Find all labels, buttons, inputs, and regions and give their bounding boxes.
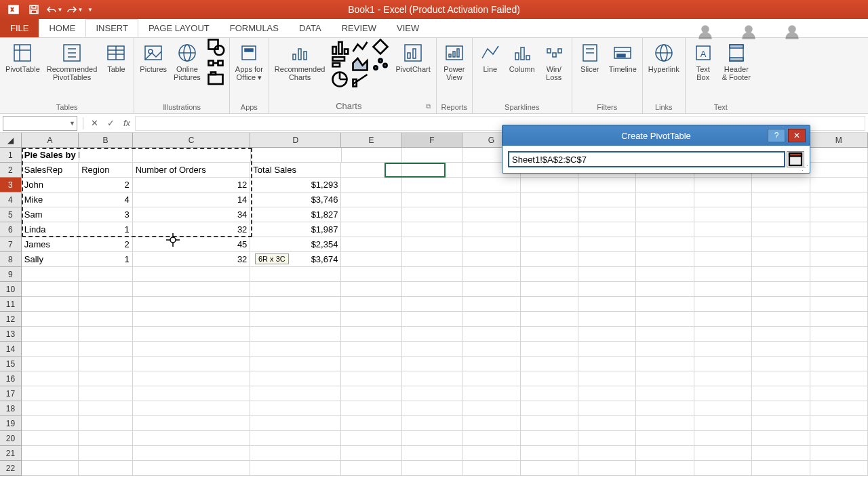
cell-G10[interactable]	[462, 282, 520, 297]
cell-H22[interactable]	[521, 461, 578, 476]
cell-C14[interactable]	[133, 342, 251, 357]
cell-I13[interactable]	[578, 327, 636, 342]
recommended-pivottables-button[interactable]: Recommended PivotTables	[45, 39, 99, 84]
cell-I18[interactable]	[578, 401, 636, 416]
cell-C13[interactable]	[133, 327, 251, 342]
cell-F2[interactable]	[402, 163, 462, 178]
cell-B6[interactable]: 1	[79, 222, 132, 237]
cell-M10[interactable]	[810, 282, 868, 297]
row-header-20[interactable]: 20	[0, 431, 22, 446]
cell-B9[interactable]	[79, 267, 132, 282]
cell-F6[interactable]	[402, 222, 462, 237]
cell-G13[interactable]	[462, 327, 520, 342]
sparkline-column-button[interactable]: Column	[508, 39, 536, 76]
smartart-button[interactable]	[206, 56, 225, 70]
cell-M8[interactable]	[810, 252, 868, 267]
cell-A16[interactable]	[22, 371, 79, 386]
cell-H4[interactable]	[521, 192, 578, 207]
cell-K7[interactable]	[694, 237, 752, 252]
online-pictures-button[interactable]: Online Pictures	[172, 39, 202, 84]
cell-D18[interactable]	[250, 401, 341, 416]
cell-F13[interactable]	[402, 327, 462, 342]
cell-A5[interactable]: Sam	[22, 207, 79, 222]
cell-I14[interactable]	[578, 342, 636, 357]
cell-B14[interactable]	[79, 342, 132, 357]
cell-D17[interactable]	[250, 386, 341, 401]
cell-D10[interactable]	[250, 282, 341, 297]
cell-K12[interactable]	[694, 312, 752, 327]
tab-page-layout[interactable]: PAGE LAYOUT	[138, 19, 220, 37]
cell-C19[interactable]	[133, 416, 251, 431]
tab-insert[interactable]: INSERT	[85, 19, 138, 37]
row-header-4[interactable]: 4	[0, 192, 22, 207]
cell-D15[interactable]	[250, 357, 341, 371]
cell-G11[interactable]	[462, 297, 520, 312]
cell-B7[interactable]: 2	[79, 237, 132, 252]
cell-I11[interactable]	[578, 297, 636, 312]
dialog-title-bar[interactable]: Create PivotTable ? ✕	[502, 125, 810, 146]
cell-H7[interactable]	[521, 237, 578, 252]
cell-A19[interactable]	[22, 416, 79, 431]
cell-C8[interactable]: 32	[133, 252, 251, 267]
cell-A9[interactable]	[22, 267, 79, 282]
dialog-close-button[interactable]: ✕	[788, 129, 806, 142]
dialog-resize-grip[interactable]: ⋰	[802, 164, 808, 171]
cell-L4[interactable]	[752, 192, 810, 207]
cell-E2[interactable]	[341, 163, 401, 178]
cell-A1[interactable]: Pie Sales by Region	[22, 148, 79, 163]
cell-D4[interactable]: $3,746	[250, 192, 341, 207]
cell-A14[interactable]	[22, 342, 79, 357]
cell-L12[interactable]	[752, 312, 810, 327]
cell-G16[interactable]	[462, 371, 520, 386]
row-header-3[interactable]: 3	[0, 178, 22, 192]
cell-G18[interactable]	[462, 401, 520, 416]
cell-E8[interactable]	[341, 252, 401, 267]
cell-F7[interactable]	[402, 237, 462, 252]
cell-J14[interactable]	[636, 342, 694, 357]
cell-G8[interactable]	[462, 252, 520, 267]
cell-L11[interactable]	[752, 297, 810, 312]
row-header-12[interactable]: 12	[0, 312, 22, 327]
cell-B11[interactable]	[79, 297, 132, 312]
cell-L18[interactable]	[752, 401, 810, 416]
cell-K18[interactable]	[694, 401, 752, 416]
row-header-21[interactable]: 21	[0, 446, 22, 461]
cell-B12[interactable]	[79, 312, 132, 327]
cell-K21[interactable]	[694, 446, 752, 461]
pivotchart-button[interactable]: PivotChart	[394, 39, 431, 76]
cell-G6[interactable]	[462, 222, 520, 237]
cell-A7[interactable]: James	[22, 237, 79, 252]
cell-K20[interactable]	[694, 431, 752, 446]
cell-J22[interactable]	[636, 461, 694, 476]
col-header-F[interactable]: F	[402, 133, 462, 148]
cell-I19[interactable]	[578, 416, 636, 431]
cell-J13[interactable]	[636, 327, 694, 342]
cell-K9[interactable]	[694, 267, 752, 282]
cell-L8[interactable]	[752, 252, 810, 267]
cell-E13[interactable]	[341, 327, 401, 342]
cell-B8[interactable]: 1	[79, 252, 132, 267]
cell-F11[interactable]	[402, 297, 462, 312]
cell-M19[interactable]	[810, 416, 868, 431]
cell-E1[interactable]	[342, 148, 402, 163]
col-header-C[interactable]: C	[133, 133, 251, 148]
cell-F12[interactable]	[402, 312, 462, 327]
cell-A22[interactable]	[22, 461, 79, 476]
row-header-7[interactable]: 7	[0, 237, 22, 252]
table-button[interactable]: Table	[102, 39, 130, 76]
cell-C7[interactable]: 45	[133, 237, 251, 252]
cell-K19[interactable]	[694, 416, 752, 431]
cell-L5[interactable]	[752, 207, 810, 222]
cell-K16[interactable]	[694, 371, 752, 386]
cell-A15[interactable]	[22, 357, 79, 371]
cell-C4[interactable]: 14	[133, 192, 251, 207]
cell-E14[interactable]	[341, 342, 401, 357]
cell-L15[interactable]	[752, 357, 810, 371]
cell-E11[interactable]	[341, 297, 401, 312]
cell-D19[interactable]	[250, 416, 341, 431]
cell-C21[interactable]	[133, 446, 251, 461]
cell-E3[interactable]	[341, 178, 401, 192]
header-footer-button[interactable]: Header & Footer	[721, 39, 752, 84]
cell-F18[interactable]	[402, 401, 462, 416]
cell-D22[interactable]	[250, 461, 341, 476]
